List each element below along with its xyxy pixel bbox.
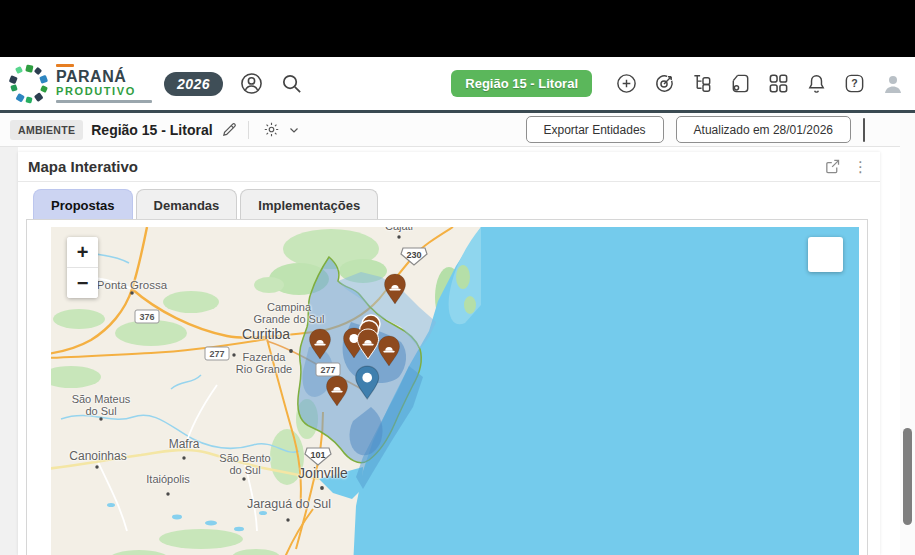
interactive-map-card: Mapa Interativo ⋮ Propostas Demandas Imp… (18, 152, 880, 555)
map-island (464, 296, 476, 314)
settings-gear-icon[interactable] (263, 121, 280, 138)
toolbar-divider (863, 118, 865, 142)
top-black-bar (0, 0, 915, 57)
export-entities-button[interactable]: Exportar Entidades (526, 116, 664, 143)
zoom-in-button[interactable]: + (67, 237, 98, 267)
route-badge-277-east: 277 (316, 363, 340, 376)
app-window: PARANÁ PRODUTIVO 2026 Região 15 - Litora… (0, 0, 915, 555)
svg-text:277: 277 (209, 349, 224, 359)
hierarchy-icon[interactable] (691, 72, 714, 95)
tab-demandas[interactable]: Demandas (136, 189, 238, 219)
app-header: PARANÁ PRODUTIVO 2026 Região 15 - Litora… (0, 57, 915, 110)
year-badge[interactable]: 2026 (164, 72, 223, 96)
apps-grid-icon[interactable] (767, 72, 790, 95)
divider (248, 121, 249, 139)
updated-at-button[interactable]: Atualizado em 28/01/2026 (676, 116, 851, 143)
map-control-button[interactable] (808, 237, 843, 272)
kebab-menu-icon[interactable]: ⋮ (853, 159, 868, 174)
page-body: Mapa Interativo ⋮ Propostas Demandas Imp… (0, 147, 915, 555)
logo-tagline-bottom (56, 100, 152, 103)
goal-icon[interactable] (653, 72, 676, 95)
logo-icon (8, 63, 50, 105)
tab-content: 230 376 277 (26, 219, 868, 555)
tab-propostas[interactable]: Propostas (33, 189, 133, 219)
scope-value: Região 15 - Litoral (91, 122, 212, 138)
search-icon[interactable] (280, 72, 303, 95)
svg-text:?: ? (851, 77, 857, 89)
account-icon[interactable] (239, 71, 264, 96)
logo-tagline-top (56, 64, 74, 67)
scope-chip: AMBIENTE (10, 120, 83, 140)
page-background-strip (0, 147, 18, 555)
map-tabs: Propostas Demandas Implementações (18, 182, 880, 219)
map-canvas: 230 376 277 (51, 227, 859, 555)
svg-text:277: 277 (320, 365, 335, 375)
environment-bar: AMBIENTE Região 15 - Litoral Exportar En… (0, 113, 915, 147)
user-avatar-icon[interactable] (881, 72, 905, 96)
region-badge[interactable]: Região 15 - Litoral (451, 70, 592, 97)
scrollbar-thumb[interactable] (903, 428, 912, 525)
logo-subtitle: PRODUTIVO (56, 86, 152, 97)
help-icon[interactable]: ? (843, 72, 866, 95)
route-file-icon[interactable] (729, 72, 752, 95)
svg-text:230: 230 (406, 250, 421, 260)
panel-title: Mapa Interativo (28, 158, 812, 175)
svg-text:376: 376 (139, 312, 154, 322)
zoom-out-button[interactable]: − (67, 268, 98, 298)
add-circle-icon[interactable] (615, 72, 638, 95)
open-external-icon[interactable] (824, 158, 841, 175)
svg-text:101: 101 (310, 450, 325, 460)
map-island (456, 265, 470, 289)
notifications-bell-icon[interactable] (805, 72, 828, 95)
route-badge-277-west: 277 (205, 347, 229, 360)
tab-implementacoes[interactable]: Implementações (240, 189, 378, 219)
interactive-map[interactable]: 230 376 277 (51, 227, 859, 555)
chevron-down-icon[interactable] (288, 124, 300, 136)
map-zoom-control: + − (67, 237, 98, 298)
logo-title: PARANÁ (56, 69, 152, 85)
edit-pencil-icon[interactable] (221, 121, 238, 138)
route-badge-376: 376 (135, 310, 159, 323)
app-logo[interactable]: PARANÁ PRODUTIVO (8, 63, 152, 105)
